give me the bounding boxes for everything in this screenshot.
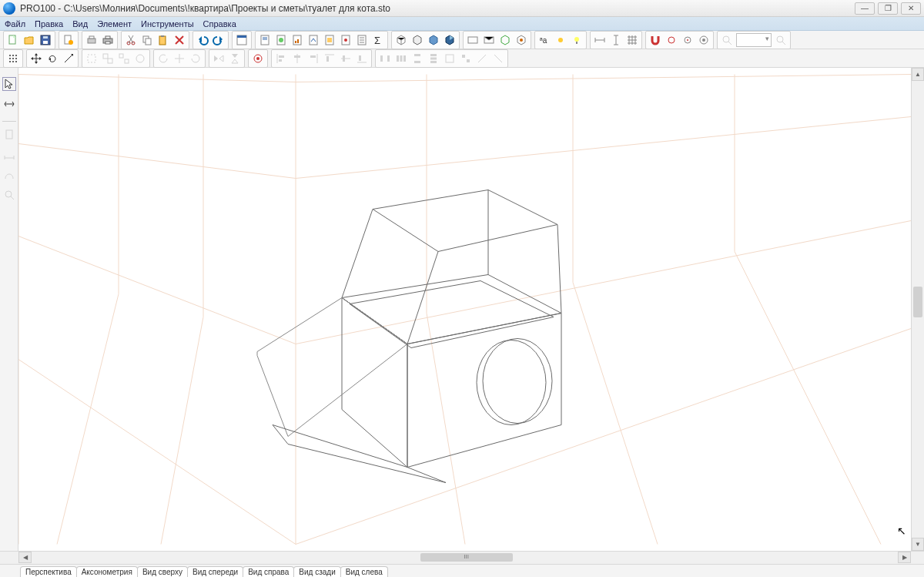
svg-marker-71 [35, 53, 38, 55]
snap1-icon[interactable] [664, 32, 679, 48]
print-icon[interactable] [100, 32, 116, 48]
menu-tools[interactable]: Инструменты [141, 19, 194, 29]
svg-text:Σ: Σ [374, 35, 380, 46]
tab-right[interactable]: Вид справа [243, 566, 294, 577]
report1-icon[interactable] [257, 32, 273, 48]
cut-icon[interactable] [123, 32, 139, 48]
text-label-icon[interactable]: ªa [537, 32, 552, 48]
app-icon [3, 2, 15, 15]
scroll-up-icon[interactable]: ▲ [912, 68, 924, 81]
dimension-v-icon[interactable] [608, 32, 624, 48]
svg-marker-117 [5, 79, 12, 89]
report3-icon[interactable] [290, 32, 305, 48]
scroll-left-icon[interactable]: ◀ [18, 552, 32, 563]
properties-icon[interactable] [234, 32, 249, 48]
maximize-button[interactable]: ❐ [878, 2, 898, 15]
mouse-cursor-icon: ↖ [897, 525, 906, 537]
svg-line-59 [728, 42, 732, 45]
menu-edit[interactable]: Правка [35, 19, 63, 29]
sum-icon[interactable]: Σ [370, 32, 386, 48]
vertical-scrollbar[interactable]: ▲ ▼ [911, 68, 924, 551]
svg-point-42 [520, 39, 523, 42]
wireframe-icon[interactable] [393, 32, 409, 48]
report5-icon[interactable] [322, 32, 337, 48]
sun-icon[interactable] [553, 32, 568, 48]
menu-help[interactable]: Справка [203, 19, 236, 29]
horizontal-scrollbar[interactable]: ◀ III ▶ [18, 552, 911, 564]
magnet-icon[interactable] [648, 32, 663, 48]
view-mode1-icon[interactable] [465, 32, 480, 48]
report4-icon[interactable] [306, 32, 321, 48]
svg-rect-46 [576, 42, 578, 44]
view-mode3-icon[interactable] [497, 32, 513, 48]
target-icon[interactable] [250, 51, 266, 66]
minimize-button[interactable]: — [855, 2, 875, 15]
view-mode4-icon[interactable] [514, 32, 529, 48]
align5-icon [338, 51, 353, 66]
hscroll-thumb[interactable]: III [420, 553, 513, 562]
scale-tool-icon[interactable] [61, 51, 76, 66]
svg-point-57 [702, 39, 705, 42]
toolbar-edit [0, 49, 924, 68]
menu-view[interactable]: Вид [72, 19, 88, 29]
tab-perspective[interactable]: Перспектива [20, 566, 77, 577]
snap2-icon[interactable] [680, 32, 695, 48]
new-file-icon[interactable] [5, 32, 21, 48]
delete-icon[interactable] [172, 32, 187, 48]
tab-back[interactable]: Вид сзади [293, 566, 340, 577]
tab-left[interactable]: Вид слева [340, 566, 388, 577]
tab-top[interactable]: Вид сверху [137, 566, 188, 577]
rotate-tool-icon[interactable] [45, 51, 60, 66]
grid-icon[interactable] [624, 32, 640, 48]
scroll-right-icon[interactable]: ▶ [898, 552, 911, 563]
svg-rect-28 [295, 41, 296, 43]
svg-point-90 [256, 57, 259, 60]
bulb-icon[interactable] [569, 32, 584, 48]
snap-grid-icon[interactable] [5, 51, 21, 66]
open-file-icon[interactable] [22, 32, 37, 48]
unknown-tool-icon[interactable] [2, 97, 16, 111]
viewport-3d[interactable]: ↖ [18, 68, 911, 551]
svg-rect-118 [6, 130, 12, 139]
svg-rect-32 [327, 38, 332, 42]
svg-rect-115 [462, 55, 465, 58]
svg-rect-79 [108, 59, 112, 63]
settings-icon[interactable] [696, 32, 711, 48]
flip-v-icon [227, 51, 243, 66]
move-icon[interactable] [28, 51, 44, 66]
view-tabs: Перспектива Аксонометрия Вид сверху Вид … [0, 564, 924, 577]
paste-icon[interactable] [156, 32, 171, 48]
save-icon[interactable] [38, 32, 53, 48]
menu-element[interactable]: Элемент [97, 19, 132, 29]
report2-icon[interactable] [273, 32, 289, 48]
report7-icon[interactable] [354, 32, 370, 48]
print-preview-icon[interactable] [84, 32, 99, 48]
close-button[interactable]: ✕ [901, 2, 921, 15]
dimension-h-icon[interactable] [592, 32, 608, 48]
svg-line-128 [18, 75, 296, 82]
report6-icon[interactable] [338, 32, 353, 48]
vscroll-thumb[interactable] [913, 287, 922, 317]
zoom-combo[interactable] [736, 33, 772, 47]
tab-axonometry[interactable]: Аксонометрия [76, 566, 138, 577]
shaded-icon[interactable] [442, 32, 457, 48]
tab-front[interactable]: Вид спереди [187, 566, 243, 577]
dist8-icon [490, 51, 506, 66]
scroll-down-icon[interactable]: ▼ [912, 538, 924, 551]
svg-rect-7 [88, 39, 95, 43]
svg-line-131 [296, 329, 911, 545]
pointer-tool-icon[interactable] [2, 77, 16, 91]
menu-file[interactable]: Файл [5, 19, 25, 29]
svg-rect-113 [430, 61, 437, 63]
page-setup-icon[interactable] [61, 32, 76, 48]
svg-point-45 [574, 37, 579, 42]
svg-rect-77 [88, 55, 95, 62]
solid-icon[interactable] [426, 32, 441, 48]
view-mode2-icon[interactable] [481, 32, 497, 48]
copy-icon[interactable] [139, 32, 155, 48]
dist2-icon [393, 51, 409, 66]
undo-icon[interactable] [195, 32, 210, 48]
hidden-line-icon[interactable] [410, 32, 425, 48]
align1-icon [273, 51, 289, 66]
redo-icon[interactable] [211, 32, 226, 48]
